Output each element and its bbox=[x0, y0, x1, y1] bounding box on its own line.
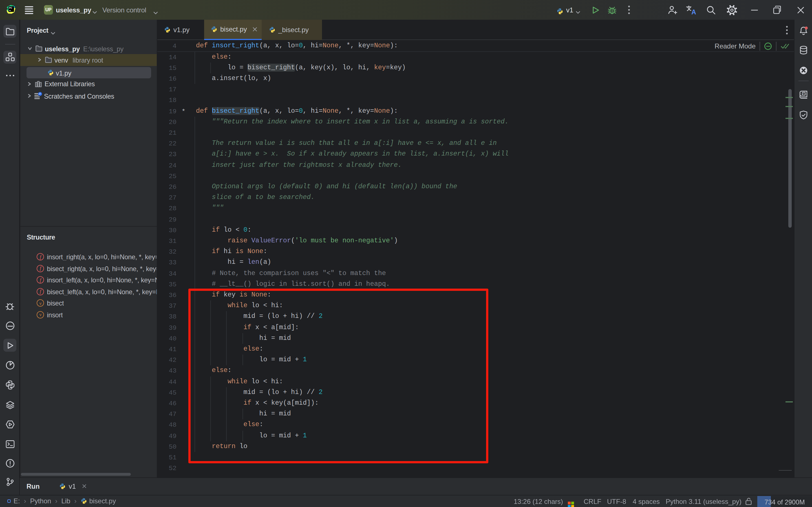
svg-text:A: A bbox=[691, 8, 696, 16]
svg-text:PC: PC bbox=[9, 6, 12, 9]
svg-text:A: A bbox=[803, 92, 805, 95]
